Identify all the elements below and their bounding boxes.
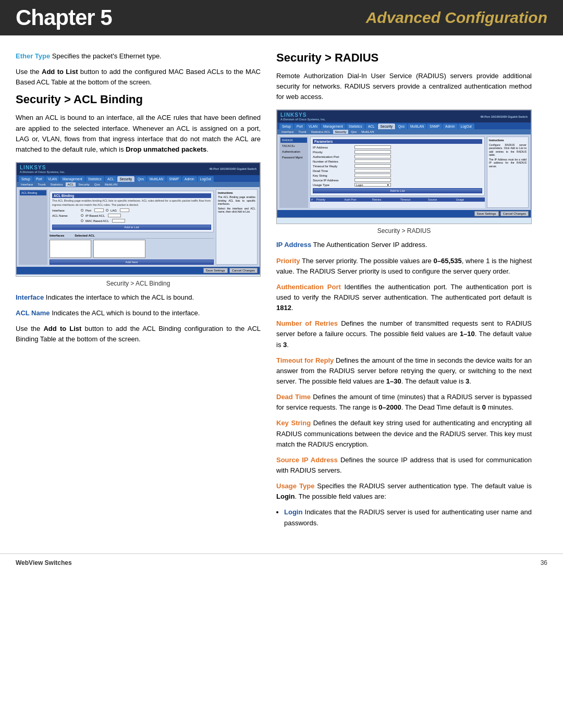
radius-add-to-list-btn[interactable]: Add to List	[313, 188, 482, 193]
linksys-radius-header: LINKSYS A Division of Cisco Systems, Inc…	[277, 110, 531, 122]
left-column: Ether Type Specifies the packet's Ethern…	[16, 51, 261, 533]
subtab-trunk: Trunk	[35, 182, 47, 187]
acl-binding-desc-text: The ACL Binding page enables binding ACL…	[52, 199, 211, 207]
linksys-radius-subtabs: Interface Trunk Statistics ACL Security …	[277, 129, 531, 134]
radius-priority-label: Priority	[313, 151, 354, 154]
right-column: Security > RADIUS Remote Authorization D…	[276, 51, 532, 533]
num-retries-term: Number of Retries	[276, 319, 338, 327]
interface-table-area: Interfaces Selected ACL Add Item	[50, 234, 214, 265]
interface-table-body	[50, 240, 214, 258]
radius-help-text-1: Configure RADIUS server parameters. Clic…	[489, 143, 527, 157]
dead-time-bold2: 0	[482, 403, 486, 411]
source-ip-term: Source IP Address	[276, 456, 338, 464]
add-item-btn[interactable]: Add Item	[50, 260, 214, 265]
radius-ip-row: IP Address	[313, 145, 482, 149]
tab-setup: Setup	[19, 176, 33, 182]
help-text-2: Select the interface and ACL name, then …	[218, 207, 255, 214]
selected-acl-list	[93, 240, 145, 258]
radius-tab-security: Security	[378, 124, 395, 129]
radius-table-area: # Priority Auth Port Retries Timeout Sou…	[310, 198, 485, 208]
key-string-para: Key String Defines the default key strin…	[276, 418, 532, 449]
linksys-acl-subtitle: A Division of Cisco Systems, Inc.	[20, 170, 65, 174]
lag-radio-label: LAG	[111, 209, 117, 212]
radius-sourceip-label: Source IP Address	[313, 179, 354, 182]
radius-authport-row: Authentication Port	[313, 155, 482, 158]
tab-multilan: MultiLAN	[147, 176, 166, 182]
linksys-radius-form: Parameters IP Address Priority	[308, 137, 487, 208]
ip-based-row: IP Based ACL	[81, 214, 121, 217]
radius-deadtime-label: Dead Time	[313, 169, 354, 172]
priority-para: Priority The server priority. The possib…	[276, 256, 532, 277]
dead-time-term: Dead Time	[276, 393, 311, 401]
priority-term: Priority	[276, 257, 300, 265]
radius-col-authport: Auth Port	[345, 198, 373, 201]
radius-keystring-row: Key String	[313, 174, 482, 177]
radius-priority-row: Priority	[313, 150, 482, 154]
tab-security-acl: Security	[117, 176, 134, 182]
radius-tab-setup: Setup	[279, 124, 293, 129]
radius-authport-input	[354, 155, 391, 158]
linksys-acl-footer: Save Settings Cancel Changes	[17, 267, 260, 274]
radius-usagetype-select[interactable]: Login ▼	[354, 183, 391, 187]
add-to-list-acl-btn[interactable]: Add to List	[52, 225, 211, 230]
radius-col-source: Source	[428, 198, 456, 201]
subtab-multilan2: MultiLAN	[103, 182, 119, 187]
mac-based-radio-row: MAC Based ACL	[81, 219, 125, 223]
help-text-1: The ACL Binding page enables binding ACL…	[218, 195, 255, 206]
linksys-acl-tabs: Setup Port VLAN Management Statistics AC…	[17, 175, 260, 182]
radius-tab-port: Port	[294, 124, 305, 129]
ip-address-desc: The Authentication Server IP address.	[313, 241, 427, 249]
num-retries-bold1: 1–10	[460, 330, 475, 338]
interface-row: Interface: Port LAG	[52, 208, 211, 213]
acl-binding-form-box: ACL Binding The ACL Binding page enables…	[50, 191, 214, 232]
cancel-changes-acl-btn[interactable]: Cancel Changes	[229, 268, 258, 273]
radius-screenshot: LINKSYS A Division of Cisco Systems, Inc…	[276, 109, 532, 224]
linksys-radius-device: 48-Port 10/100/1000 Gigabit Switch	[480, 115, 528, 118]
dead-time-para: Dead Time Defines the amount of time (mi…	[276, 392, 532, 413]
ether-type-desc: Specifies the packet's Ethernet type.	[52, 52, 162, 60]
radius-usagetype-row: Usage Type Login ▼	[313, 183, 482, 187]
subtab-interface: Interface	[19, 182, 35, 187]
radius-timeout-row: Timeout for Reply	[313, 164, 482, 168]
ether-type-para: Ether Type Specifies the packet's Ethern…	[16, 51, 261, 61]
tab-logout: LogOut	[198, 176, 214, 182]
acl-binding-caption: Security > ACL Binding	[16, 280, 261, 287]
radius-tab-vlan: VLAN	[306, 124, 320, 129]
radius-subtab-multilan: MultiLAN	[359, 130, 376, 134]
linksys-acl-logo-area: LINKSYS A Division of Cisco Systems, Inc…	[20, 165, 65, 174]
timeout-bold1: 1–30	[386, 377, 401, 385]
radius-empty-hash	[311, 202, 316, 207]
usage-type-list: Login Indicates that the RADIUS server i…	[284, 507, 532, 528]
interface-desc: Indicates the interface to which the ACL…	[46, 293, 194, 301]
linksys-radius-help: Instructions Configure RADIUS server par…	[487, 137, 529, 208]
radius-numretries-input	[354, 159, 391, 163]
radius-heading: Security > RADIUS	[276, 51, 532, 65]
add-to-list-bold: Add to List	[42, 68, 78, 76]
auth-port-term: Authentication Port	[276, 283, 341, 291]
port-radio-row: Port	[81, 208, 104, 212]
acl-binding-screenshot: LINKSYS A Division of Cisco Systems, Inc…	[16, 162, 261, 277]
subtab-acl: ACL	[66, 182, 76, 187]
save-settings-radius-btn[interactable]: Save Settings	[474, 211, 499, 216]
save-settings-acl-btn[interactable]: Save Settings	[203, 268, 228, 273]
mac-based-radio	[81, 219, 83, 222]
acl-binding-heading: Security > ACL Binding	[16, 93, 261, 106]
dead-time-bold1: 0–2000	[378, 403, 401, 411]
footer-left-text: WebView Switches	[16, 559, 72, 566]
linksys-acl-logo: LINKSYS	[20, 165, 65, 170]
radius-numretries-label: Number of Retries	[313, 160, 354, 163]
ip-address-term: IP Address	[276, 241, 311, 249]
interfaces-list	[50, 240, 91, 258]
radius-nav-item-auth: Authentication	[280, 149, 307, 154]
interface-para: Interface Indicates the interface to whi…	[16, 292, 261, 303]
acl-binding-intro: When an ACL is bound to an interface, al…	[16, 113, 261, 155]
radius-usagetype-arrow: ▼	[387, 183, 389, 187]
linksys-radius-body: RADIUS TACACS+ Authentication Password M…	[277, 134, 531, 210]
add-to-list-acl-bold: Add to List	[43, 325, 81, 332]
radius-usagetype-value: Login	[356, 183, 363, 187]
usage-type-bold: Login	[276, 492, 295, 500]
linksys-radius-ui: LINKSYS A Division of Cisco Systems, Inc…	[277, 110, 531, 218]
cancel-changes-radius-btn[interactable]: Cancel Changes	[500, 211, 529, 216]
num-retries-bold2: 3	[283, 341, 287, 349]
radius-tab-statistics: Statistics	[346, 124, 365, 129]
